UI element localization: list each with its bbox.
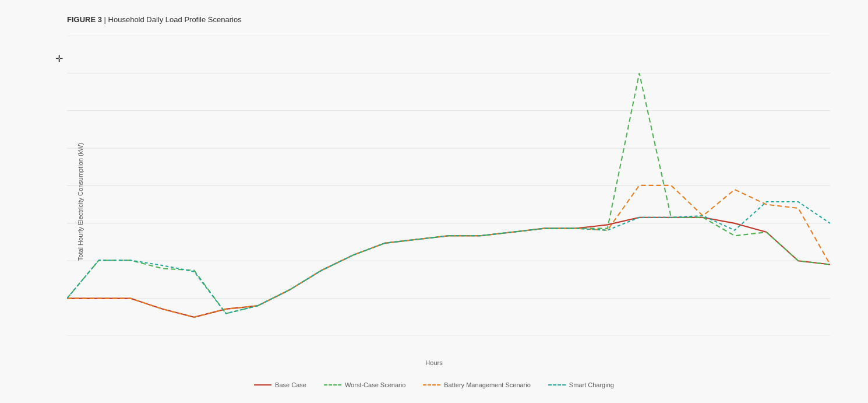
battery-management-line (67, 185, 830, 317)
figure-title: FIGURE 3 | Household Daily Load Profile … (67, 15, 242, 24)
legend-battery-line (423, 384, 440, 386)
legend-smart-charging: Smart Charging (548, 381, 614, 388)
base-case-line (67, 217, 830, 317)
figure-title-rest: | Household Daily Load Profile Scenarios (102, 15, 242, 24)
legend-worst-case: Worst-Case Scenario (324, 381, 405, 388)
chart-container: FIGURE 3 | Household Daily Load Profile … (15, 9, 853, 394)
legend-worst-case-line (324, 384, 341, 386)
legend-battery-label: Battery Management Scenario (444, 381, 531, 388)
x-axis-label: Hours (425, 359, 442, 366)
legend-base-case-label: Base Case (275, 381, 306, 388)
chart-area: 9 8 7 6 5 4 3 2 1 0 1 2 3 4 5 6 7 8 9 10… (67, 36, 830, 336)
figure-number: FIGURE 3 (67, 15, 102, 24)
legend-smart-charging-line (548, 384, 566, 386)
smart-charging-line (67, 202, 830, 314)
legend-worst-case-label: Worst-Case Scenario (345, 381, 405, 388)
legend-battery-management: Battery Management Scenario (423, 381, 531, 388)
legend-smart-charging-label: Smart Charging (569, 381, 614, 388)
chart-svg: 9 8 7 6 5 4 3 2 1 0 1 2 3 4 5 6 7 8 9 10… (67, 36, 830, 336)
move-cursor-icon: ✛ (55, 53, 63, 64)
legend-base-case-line (254, 384, 271, 386)
chart-legend: Base Case Worst-Case Scenario Battery Ma… (254, 381, 614, 388)
legend-base-case: Base Case (254, 381, 306, 388)
worst-case-line (67, 73, 830, 313)
